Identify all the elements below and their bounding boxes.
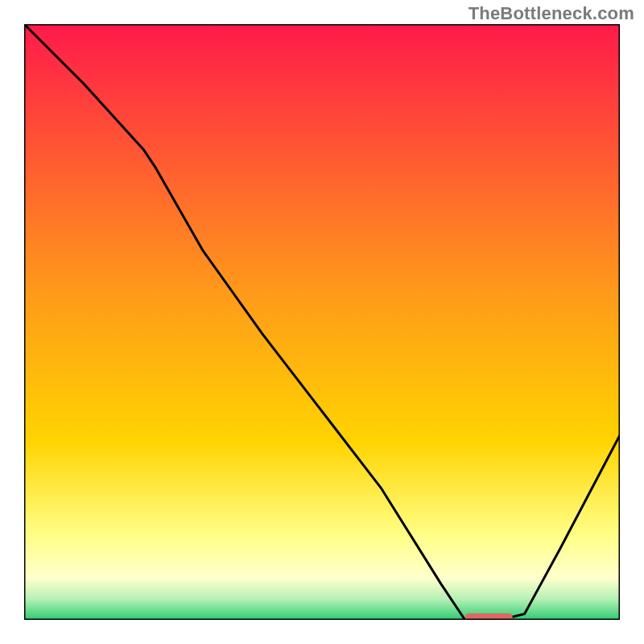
plot-background xyxy=(24,24,620,620)
chart-svg xyxy=(24,24,620,620)
watermark-text: TheBottleneck.com xyxy=(469,3,634,24)
bottleneck-chart xyxy=(24,24,620,620)
